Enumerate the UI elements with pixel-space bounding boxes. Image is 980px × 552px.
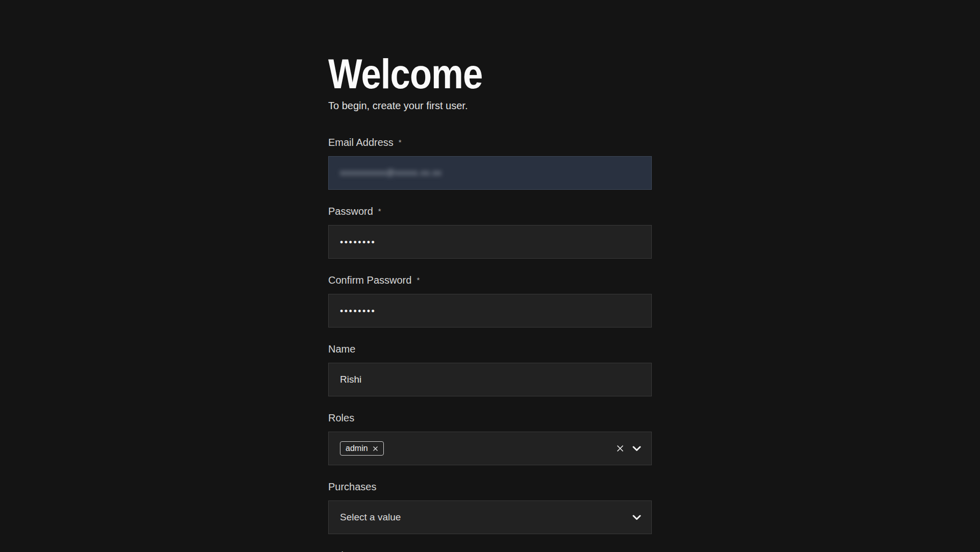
required-asterisk: *: [416, 274, 420, 285]
roles-select-controls: [616, 444, 641, 453]
name-value: Rishi: [340, 374, 361, 385]
field-roles: Roles admin: [328, 413, 652, 465]
purchases-label: Purchases: [328, 482, 652, 492]
field-purchases: Purchases Select a value: [328, 482, 652, 534]
roles-multiselect[interactable]: admin: [328, 432, 652, 465]
name-label-text: Name: [328, 344, 355, 355]
confirm-password-label-text: Confirm Password: [328, 275, 411, 286]
field-email: Email Address * xxxxxxxxxx@xxxxx.xx.xx: [328, 137, 652, 190]
roles-label-text: Roles: [328, 413, 354, 423]
required-asterisk: *: [399, 137, 402, 147]
password-input[interactable]: ••••••••: [328, 225, 652, 259]
setup-panel: Welcome To begin, create your first user…: [328, 0, 652, 552]
role-chip-label: admin: [346, 444, 368, 453]
page-title: Welcome: [328, 51, 606, 97]
confirm-password-input[interactable]: ••••••••: [328, 294, 652, 328]
field-password: Password * ••••••••: [328, 206, 652, 259]
required-asterisk: *: [378, 206, 381, 216]
field-name: Name Rishi: [328, 344, 652, 396]
name-input[interactable]: Rishi: [328, 363, 652, 396]
password-masked-value: ••••••••: [340, 237, 376, 248]
chevron-down-icon[interactable]: [632, 515, 641, 520]
roles-label: Roles: [328, 413, 652, 423]
email-input[interactable]: xxxxxxxxxx@xxxxx.xx.xx: [328, 156, 652, 190]
field-confirm-password: Confirm Password * ••••••••: [328, 275, 652, 328]
role-chip-admin[interactable]: admin: [340, 441, 384, 456]
clear-x-icon[interactable]: [616, 444, 624, 453]
purchases-select[interactable]: Select a value: [328, 500, 652, 534]
role-chip-remove-icon[interactable]: [373, 446, 378, 451]
purchases-label-text: Purchases: [328, 482, 377, 492]
create-first-user-form: Email Address * xxxxxxxxxx@xxxxx.xx.xx P…: [328, 137, 652, 552]
email-label: Email Address *: [328, 137, 652, 148]
confirm-password-label: Confirm Password *: [328, 275, 652, 286]
name-label: Name: [328, 344, 652, 355]
password-label: Password *: [328, 206, 652, 217]
confirm-password-masked-value: ••••••••: [340, 306, 376, 317]
purchases-placeholder: Select a value: [340, 512, 401, 523]
email-label-text: Email Address: [328, 137, 394, 148]
chevron-down-icon[interactable]: [632, 446, 641, 451]
email-value-blurred: xxxxxxxxxx@xxxxx.xx.xx: [340, 168, 442, 178]
page-subtitle: To begin, create your first user.: [328, 101, 652, 111]
password-label-text: Password: [328, 206, 373, 217]
